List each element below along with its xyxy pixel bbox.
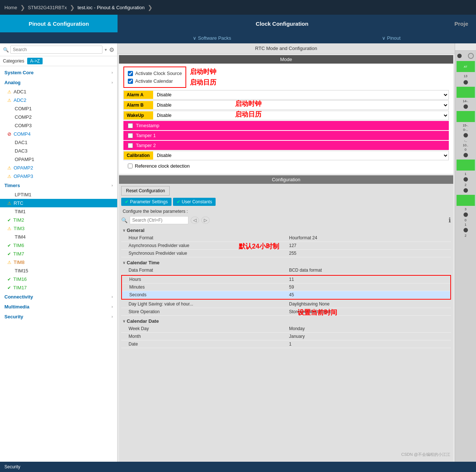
group-header-1[interactable]: ∨ Calendar Time (121, 259, 451, 267)
tamper2-checkbox[interactable] (128, 143, 133, 148)
param-row[interactable]: Date1 (121, 340, 451, 348)
param-name: Hours (129, 277, 289, 282)
chrome-green2 (457, 87, 475, 98)
check-icon: ✔ (7, 285, 11, 290)
param-row[interactable]: Synchronous Predivider value255 (121, 250, 451, 257)
group-header-0[interactable]: ∨ General (121, 226, 451, 234)
tamper2-row[interactable]: Tamper 2 (123, 141, 449, 150)
category-item-system-core[interactable]: System Core› (0, 68, 117, 78)
sidebar-item-tim16[interactable]: ✔TIM16 (0, 275, 117, 283)
param-value: 59 (289, 285, 449, 290)
mode-section: Mode Activate Clock Source Activate Cale… (119, 55, 453, 174)
param-row[interactable]: Hours11 (122, 276, 450, 283)
config-section: Configuration Reset Configuration ✔ Para… (119, 175, 453, 472)
sidebar-item-opamp1[interactable]: OPAMP1 (0, 155, 117, 164)
filter-az-button[interactable]: A->Z (27, 58, 43, 64)
sidebar-item-tim8[interactable]: ⚠TIM8 (0, 258, 117, 267)
tab-project[interactable]: Proje (447, 15, 476, 32)
sidebar-item-rtc[interactable]: ⚠RTC (0, 199, 117, 207)
warning-icon: ⚠ (7, 201, 11, 206)
category-item-analog[interactable]: Analog› (0, 78, 117, 87)
param-value: 127 (289, 243, 450, 248)
timestamp-row[interactable]: Timestamp (123, 121, 449, 130)
warning-icon: ⚠ (7, 174, 11, 179)
param-value: Monday (289, 326, 450, 331)
sidebar-item-tim15[interactable]: TIM15 (0, 267, 117, 275)
sidebar-item-tim4[interactable]: TIM4 (0, 233, 117, 241)
watermark: CSDN @不会编程的小江江 (401, 452, 450, 457)
param-name: Hour Format (129, 235, 289, 240)
user-constants-tab[interactable]: ✔ User Constants (173, 198, 216, 206)
chrome-green1: AT (457, 61, 475, 72)
hint-text: Configure the below parameters : (121, 208, 451, 215)
nav-file[interactable]: test.ioc - Pinout & Configuration (77, 5, 145, 10)
sidebar-item-tim7[interactable]: ✔TIM7 (0, 250, 117, 258)
group-header-2[interactable]: ∨ Calendar Date (121, 317, 451, 325)
prev-param-button[interactable]: ◁ (191, 217, 199, 224)
category-item-connectivity[interactable]: Connectivity› (0, 292, 117, 302)
sidebar-item-dac3[interactable]: DAC3 (0, 147, 117, 155)
param-search-input[interactable] (130, 216, 188, 224)
wakeup-select[interactable]: Disable (153, 111, 448, 120)
sidebar-item-lptim1[interactable]: LPTIM1 (0, 190, 117, 199)
gear-icon[interactable]: ⚙ (109, 46, 114, 53)
chevron-icon: › (112, 305, 113, 309)
param-group-2: ∨ Calendar DateWeek DayMondayMonthJanuar… (121, 317, 451, 348)
reset-config-button[interactable]: Reset Configuration (121, 186, 170, 196)
param-row[interactable]: Asynchronous Predivider value127 (121, 242, 451, 250)
param-settings-tab[interactable]: ✔ Parameter Settings (121, 198, 172, 206)
param-row[interactable]: Day Light Saving: value of hour...Daylig… (121, 300, 451, 308)
tamper1-checkbox[interactable] (128, 133, 133, 138)
sidebar-item-adc1[interactable]: ⚠ADC1 (0, 87, 117, 96)
sidebar-item-tim2[interactable]: ✔TIM2 (0, 216, 117, 224)
category-item-security[interactable]: Security› (0, 312, 117, 322)
sidebar-item-opamp3[interactable]: ⚠OPAMP3 (0, 172, 117, 180)
param-row[interactable]: Store OperationStoreoperation Reset (121, 308, 451, 316)
alarm-a-select[interactable]: Disable (153, 90, 448, 99)
nav-bar: Home ❯ STM32G431RBTx ❯ test.ioc - Pinout… (0, 0, 476, 15)
next-param-button[interactable]: ▷ (201, 217, 210, 224)
category-item-multimedia[interactable]: Multimedia› (0, 302, 117, 312)
nav-board[interactable]: STM32G431RBTx (28, 5, 67, 10)
param-row[interactable]: Minutes59 (122, 283, 450, 291)
sidebar-item-dac1[interactable]: DAC1 (0, 138, 117, 147)
param-row[interactable]: Week DayMonday (121, 325, 451, 333)
sidebar-item-comp1[interactable]: COMP1 (0, 104, 117, 113)
param-row[interactable]: Seconds45 (122, 291, 450, 299)
info-icon[interactable]: ℹ (448, 216, 451, 224)
sidebar-label: TIM16 (13, 276, 27, 282)
category-item-timers[interactable]: Timers› (0, 180, 117, 190)
sidebar-item-opamp2[interactable]: ⚠OPAMP2 (0, 164, 117, 172)
sidebar-item-comp4[interactable]: ⊘COMP4 (0, 130, 117, 138)
alarm-b-select[interactable]: Disable (153, 101, 448, 110)
tab-pinout[interactable]: Pinout & Configuration (0, 15, 118, 32)
param-groups: ∨ GeneralHour FormatHourformat 24Asynchr… (121, 226, 451, 348)
group-chevron: ∨ (123, 228, 125, 232)
search-input[interactable] (10, 46, 102, 54)
timestamp-checkbox[interactable] (128, 123, 133, 128)
sidebar-item-adc2[interactable]: ⚠ADC2 (0, 96, 117, 104)
subtab-software[interactable]: ∨ Software Packs (193, 35, 231, 41)
param-search-icon: 🔍 (121, 217, 127, 223)
activate-calendar-checkbox[interactable] (128, 79, 133, 84)
nav-home[interactable]: Home (4, 5, 17, 10)
param-value: BCD data format (289, 268, 450, 273)
calibration-select[interactable]: Disable (153, 151, 448, 160)
sidebar-item-tim17[interactable]: ✔TIM17 (0, 283, 117, 292)
sidebar-item-tim6[interactable]: ✔TIM6 (0, 241, 117, 250)
sidebar-item-comp3[interactable]: COMP3 (0, 121, 117, 130)
param-row[interactable]: Hour FormatHourformat 24 (121, 234, 451, 242)
activate-clock-checkbox[interactable] (128, 71, 133, 76)
tab-clock[interactable]: Clock Configuration (118, 15, 447, 32)
ref-clock-checkbox[interactable] (128, 164, 133, 168)
subtab-pinout[interactable]: ∨ Pinout (382, 35, 400, 41)
sidebar-item-comp2[interactable]: COMP2 (0, 113, 117, 121)
sidebar-item-tim3[interactable]: ⚠TIM3 (0, 224, 117, 233)
sidebar-label: DAC1 (15, 140, 28, 145)
tamper1-row[interactable]: Tamper 1 (123, 131, 449, 140)
sidebar-item-tim1[interactable]: TIM1 (0, 207, 117, 216)
param-row[interactable]: Data FormatBCD data format (121, 267, 451, 274)
dropdown-arrow[interactable]: ▼ (104, 48, 108, 52)
check-icon: ✔ (7, 243, 11, 248)
param-row[interactable]: MonthJanuary (121, 333, 451, 340)
